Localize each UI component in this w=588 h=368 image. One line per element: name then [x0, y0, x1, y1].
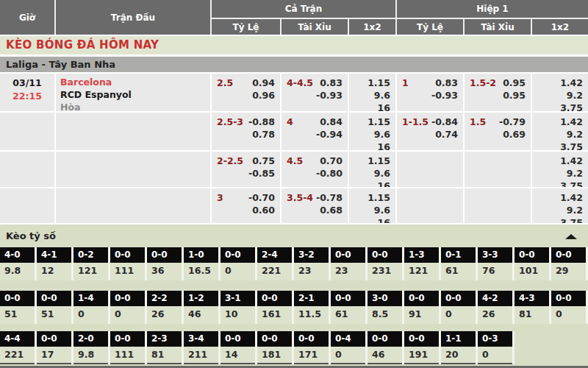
empty-match-cell — [56, 188, 212, 224]
ft-1x2-odds[interactable]: 1.15 9.6 16 — [349, 152, 397, 188]
col-group-first-half: Hiệp 1 — [397, 0, 588, 19]
ft-overunder-odds[interactable]: 4.5 0.70-0.80 — [282, 152, 349, 188]
score-bet-cell[interactable]: 0-00 — [110, 291, 147, 324]
score-bet-cell[interactable]: 2-381 — [147, 331, 184, 364]
score-bet-cell[interactable]: 0-0111 — [110, 331, 147, 364]
score-bet-cell[interactable]: 0-161 — [441, 247, 478, 280]
h1-1x2-odds[interactable]: 1.42 9.2 3.75 — [532, 188, 588, 224]
h1-overunder-odds[interactable]: 1.5-2 0.950.95 — [465, 74, 532, 113]
score-bet-cell[interactable]: 2-111.5 — [294, 291, 331, 324]
h1-overunder-odds[interactable]: 1.5 -0.790.69 — [465, 113, 532, 152]
score-bet-cell[interactable]: 0-014 — [220, 331, 257, 364]
score-bet-cell[interactable]: 3-110 — [220, 291, 257, 324]
ft-1x2-odds[interactable]: 1.15 9.6 16 — [349, 74, 397, 113]
score-grid: 4-09.84-1120-21210-01110-0361-016.50-002… — [0, 247, 588, 364]
odd-value: -0.85 — [248, 167, 275, 180]
score-bet-cell[interactable]: 0-30 — [478, 331, 514, 364]
score-odds: 61 — [441, 263, 476, 280]
odd-value: -0.93 — [431, 89, 458, 102]
empty-time-cell — [0, 188, 56, 224]
score-bet-cell[interactable]: 3-08.5 — [368, 291, 404, 324]
odd-value: 16 — [378, 180, 390, 188]
h1-1x2-odds[interactable]: 1.42 9.2 3.75 — [532, 152, 588, 188]
score-bet-cell[interactable]: 3-376 — [478, 247, 514, 280]
score-odds: 161 — [257, 306, 292, 324]
ft-handicap-odds[interactable]: 2-2.5 0.75-0.85 — [212, 152, 282, 188]
page-title: KÈO BÓNG ĐÁ HÔM NAY — [0, 36, 588, 54]
score-bet-cell[interactable]: 0-0111 — [110, 247, 147, 280]
ft-handicap-odds[interactable]: 2.5 0.940.96 — [212, 74, 282, 113]
score-bet-cell[interactable]: 0-0181 — [257, 331, 294, 364]
score-bet-cell[interactable]: 4-226 — [478, 291, 514, 324]
score-bet-cell[interactable]: 0-061 — [331, 291, 368, 324]
score-bet-cell[interactable]: 1-40 — [74, 291, 110, 324]
odd-value: 1.42 — [560, 191, 583, 204]
h1-1x2-odds[interactable]: 1.42 9.2 3.75 — [532, 113, 588, 152]
ft-overunder-odds[interactable]: 3.5-4 -0.780.68 — [282, 188, 349, 224]
score-bet-cell[interactable]: 0-091 — [404, 291, 441, 324]
score-bet-cell[interactable]: 1-246 — [184, 291, 220, 324]
score-bet-cell[interactable]: 3-223 — [294, 247, 331, 280]
score-bet-cell[interactable]: 1-3121 — [404, 247, 441, 280]
score-bet-cell[interactable]: 2-09.8 — [74, 331, 110, 364]
score-label: 4-0 — [0, 247, 35, 263]
ft-overunder-odds[interactable]: 4-4.5 0.83-0.93 — [282, 74, 349, 113]
ft-handicap-odds[interactable]: 2.5-3 -0.880.78 — [212, 113, 282, 152]
score-odds: 81 — [147, 347, 182, 364]
score-bet-cell[interactable]: 0-017 — [37, 331, 74, 364]
col-header-ft-1x2: 1x2 — [349, 19, 397, 35]
handicap-line: 2.5 — [217, 77, 233, 111]
score-label: 0-0 — [220, 247, 255, 263]
score-bet-cell[interactable]: 0-036 — [147, 247, 184, 280]
h1-1x2-odds[interactable]: 1.42 9.2 3.75 — [532, 74, 588, 113]
odd-value: -0.78 — [316, 191, 343, 204]
score-bet-cell[interactable]: 0-029 — [551, 247, 588, 280]
handicap-line: 3 — [217, 191, 223, 223]
score-bet-cell[interactable]: 2-226 — [147, 291, 184, 324]
collapse-icon[interactable] — [565, 234, 577, 239]
score-bet-cell[interactable]: 0-00 — [551, 291, 588, 324]
col-group-full-time: Cả Trận — [212, 0, 397, 19]
score-bet-cell[interactable]: 0-0101 — [514, 247, 551, 280]
score-label: 2-2 — [147, 291, 182, 306]
score-bet-cell[interactable]: 4-09.8 — [0, 247, 37, 280]
score-odds: 51 — [37, 306, 71, 324]
score-bet-cell[interactable]: 2-4221 — [257, 247, 294, 280]
score-bet-cell[interactable]: 4-112 — [37, 247, 74, 280]
odd-value: 0.75 — [252, 155, 275, 167]
h1-handicap-odds[interactable]: 1 0.83-0.93 — [397, 74, 465, 113]
score-bet-cell[interactable]: 1-016.5 — [184, 247, 220, 280]
score-odds: 8.5 — [368, 306, 402, 324]
score-bet-cell[interactable]: 0-0231 — [368, 247, 404, 280]
score-bet-cell[interactable]: 1-120 — [441, 331, 478, 364]
score-label: 0-0 — [110, 331, 145, 347]
score-bet-cell[interactable]: 0-046 — [368, 331, 404, 364]
score-bet-cell[interactable]: 0-2121 — [74, 247, 110, 280]
score-bet-cell[interactable]: 0-00 — [441, 291, 478, 324]
ft-overunder-odds[interactable]: 4 0.84-0.94 — [282, 113, 349, 152]
score-bet-cell[interactable]: 0-0161 — [257, 291, 294, 324]
odd-value: 0.78 — [252, 128, 275, 141]
score-bet-cell[interactable]: 0-051 — [37, 291, 74, 324]
score-bet-cell[interactable]: 4-381 — [514, 291, 551, 324]
score-label: 0-0 — [257, 291, 292, 306]
overunder-line: 1.5-2 — [470, 77, 496, 111]
ft-1x2-odds[interactable]: 1.15 9.6 16 — [349, 113, 397, 152]
ft-handicap-odds[interactable]: 3 -0.700.60 — [212, 188, 282, 224]
score-bet-cell[interactable]: 0-00 — [220, 247, 257, 280]
odd-value: 9.6 — [374, 89, 390, 102]
h1-handicap-odds[interactable]: 1-1.5 -0.840.74 — [397, 113, 465, 152]
score-label: 0-3 — [478, 331, 512, 347]
handicap-line: 1 — [402, 77, 409, 111]
score-odds: 76 — [478, 263, 512, 280]
score-bet-cell[interactable]: 4-4221 — [0, 331, 37, 364]
score-bet-cell[interactable]: 0-023 — [331, 247, 368, 280]
score-bet-cell[interactable]: 0-40 — [331, 331, 368, 364]
score-odds: 46 — [184, 306, 218, 324]
score-bet-cell[interactable]: 0-051 — [0, 291, 37, 324]
score-bet-cell[interactable]: 0-0191 — [404, 331, 441, 364]
score-bet-cell[interactable]: 0-0171 — [294, 331, 331, 364]
score-bet-cell[interactable]: 3-4211 — [184, 331, 220, 364]
odd-value: -0.93 — [316, 89, 343, 102]
ft-1x2-odds[interactable]: 1.15 9.6 16 — [349, 188, 397, 224]
